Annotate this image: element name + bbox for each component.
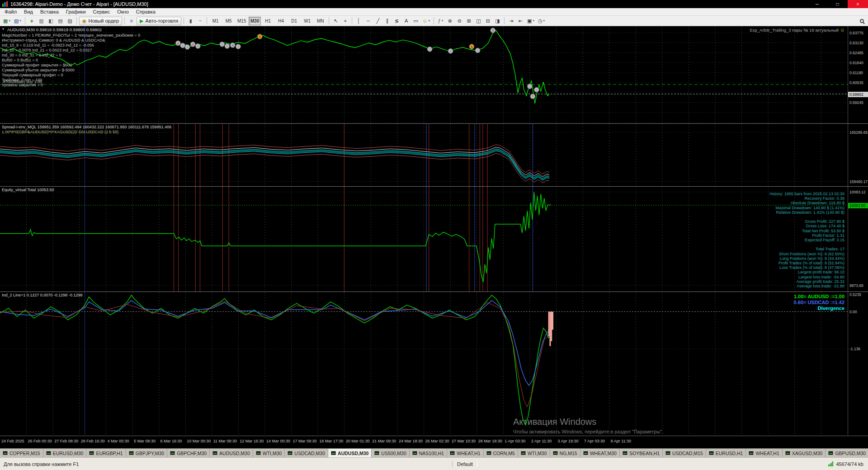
spread-env-upper-red [0, 145, 549, 174]
chart-tab-gbpchfm30[interactable]: GBPCHF,M30 [167, 449, 210, 457]
tile-horizontal-button[interactable]: ⊟ [484, 17, 492, 25]
market-watch-icon: + [30, 18, 34, 24]
chart-canvas[interactable]: 4↓↓4↑↓↑4↑$↓↓$↓1↓↑↓ [0, 26, 848, 435]
zoom-in-icon: ⊕ [448, 19, 452, 24]
chart-line-button[interactable]: ~ [196, 17, 204, 25]
chart-shift-button[interactable]: ⇤ [516, 17, 525, 25]
trade-marker-glyph: ↓ [450, 49, 452, 53]
timeframe-w1[interactable]: W1 [301, 17, 313, 25]
menu-help[interactable]: Справка [132, 9, 159, 15]
menu-service[interactable]: Сервис [90, 9, 114, 15]
profiles-button[interactable]: ▧▾ [13, 17, 23, 25]
restore-button[interactable]: □ [827, 0, 848, 8]
chart-tab-eurusdh1[interactable]: EURUSD,H1 [706, 449, 746, 457]
auto-scroll-button[interactable]: ⇥ [507, 17, 515, 25]
text-button[interactable]: A [402, 17, 410, 25]
chart-tab-wheath1[interactable]: WHEAT,H1 [447, 449, 483, 457]
chart-tab-xagusdm30[interactable]: XAGUSD,M30 [783, 449, 826, 457]
strategy-tester-button[interactable]: ▨ [66, 17, 74, 25]
horizontal-line-button[interactable]: ─ [364, 17, 373, 25]
chart-tab-soybeanh1[interactable]: SOYBEAN,H1 [620, 449, 663, 457]
new-order-icon: ◉ [82, 19, 87, 24]
vertical-line-button[interactable]: │ [354, 17, 363, 25]
chart-tab-copperm15[interactable]: COPPER,M15 [0, 449, 43, 457]
time-axis-label: 27 Feb 08:30 [54, 439, 78, 443]
chart-tab-wtim30[interactable]: WTI,M30 [253, 449, 285, 457]
chart-tab-wtim30[interactable]: WTI,M30 [518, 449, 550, 457]
ea-smiley-icon[interactable]: ☺ [840, 27, 845, 33]
autotrade-button[interactable]: ▶Авто-торговля [137, 17, 181, 25]
menu-charts[interactable]: Графики [62, 9, 90, 15]
time-axis-label: 21 Mar 09:30 [372, 439, 396, 443]
timeframe-h4[interactable]: H4 [275, 17, 287, 25]
chart-tab-gbpusdm30[interactable]: GBPUSD,M30 [826, 449, 868, 457]
timeframe-d1[interactable]: D1 [288, 17, 300, 25]
chart-tab-audusdm30[interactable]: AUDUSD,M30 [210, 449, 253, 457]
chart-tab-nas100h1[interactable]: NAS100,H1 [410, 449, 447, 457]
price-scale[interactable]: 0.637750.631300.624850.618400.611800.605… [848, 26, 868, 435]
close-button[interactable]: × [848, 0, 868, 8]
menu-file[interactable]: Файл [1, 9, 20, 15]
crosshair-button[interactable]: + [341, 17, 349, 25]
fibonacci-button[interactable]: ≶ [392, 17, 401, 25]
chart-tab-eurgbph1[interactable]: EURGBP,H1 [86, 449, 126, 457]
market-watch-button[interactable]: + [28, 17, 36, 25]
trendline-button[interactable]: ╱ [373, 17, 382, 25]
menu-view[interactable]: Вид [20, 9, 37, 15]
timeframe-m15[interactable]: M15 [236, 17, 248, 25]
metaeditor-button[interactable]: ≡ [127, 17, 136, 25]
chart-shift-icon: ⇤ [519, 19, 523, 24]
cascade-windows-button[interactable]: ◫ [474, 17, 483, 25]
chart-tab-usdcadm15[interactable]: USDCAD,M15 [663, 449, 706, 457]
chart-tab-audusdm30[interactable]: AUDUSD,M30 [328, 449, 372, 457]
trade-marker-glyph: ↑ [226, 44, 228, 48]
menu-insert[interactable]: Вставка [37, 9, 62, 15]
channel-button[interactable]: ∥ [383, 17, 392, 25]
trade-marker-glyph: $ [471, 45, 473, 49]
status-profile[interactable]: Default [452, 461, 478, 467]
one-click-trading-toggle[interactable]: ▼ [1, 27, 5, 31]
navigator-button[interactable]: ◧ [47, 17, 55, 25]
text-label-button[interactable]: ▭ [411, 17, 420, 25]
tile-windows-button[interactable]: ⊞ [465, 17, 473, 25]
tile-vertical-button[interactable]: ◨ [493, 17, 502, 25]
chart-tab-wheath1[interactable]: WHEAT,H1 [746, 449, 782, 457]
minimize-button[interactable]: ─ [807, 0, 827, 8]
zoom-out-button[interactable]: ⊖ [455, 17, 464, 25]
chart-tab-eurusdm30[interactable]: EURUSD,M30 [43, 449, 87, 457]
chart-tab-gbpjpym30[interactable]: GBPJPY,M30 [126, 449, 167, 457]
new-chart-button[interactable]: ▦▾ [2, 17, 12, 25]
timeframe-m1[interactable]: M1 [209, 17, 222, 25]
timeframe-m30[interactable]: M30 [249, 17, 261, 25]
chart-tab-label: EURGBP,H1 [96, 451, 123, 456]
chart-tab-icon [46, 451, 51, 455]
trade-marker-glyph: 4 [192, 42, 194, 47]
timeframe-m5[interactable]: M5 [222, 17, 235, 25]
arrows-button[interactable]: ☺▾ [421, 17, 431, 25]
chart-bars-button[interactable]: ▮ [186, 17, 195, 25]
chart-tab-us500m30[interactable]: US500,M30 [372, 449, 409, 457]
timeframe-mn[interactable]: MN [314, 17, 326, 25]
zoom-in-button[interactable]: ⊕ [446, 17, 454, 25]
new-order-button[interactable]: ◉Новый ордер [79, 17, 122, 25]
time-axis[interactable]: 24 Feb 202526 Feb 00:3027 Feb 08:3028 Fe… [0, 436, 868, 448]
search-button[interactable] [858, 17, 866, 25]
timeframe-h1[interactable]: H1 [262, 17, 274, 25]
data-window-icon: ▥ [39, 19, 43, 24]
chart-tab-ngm15[interactable]: NG,M15 [550, 449, 580, 457]
trade-marker-glyph: ↑ [197, 44, 199, 48]
chart-tab-wheatm30[interactable]: WHEAT,M30 [580, 449, 620, 457]
panel-divider[interactable] [0, 123, 868, 124]
chart-tab-usdcadm30[interactable]: USDCAD,M30 [285, 449, 328, 457]
data-window-button[interactable]: ▥ [37, 17, 46, 25]
panel-divider[interactable] [0, 291, 868, 292]
cursor-button[interactable]: ↖ [331, 17, 340, 25]
terminal-button[interactable]: ▤ [56, 17, 65, 25]
scale-tick: 0.59245 [849, 100, 863, 105]
indicators-button[interactable]: ƒ▾ [436, 17, 445, 25]
chart-tab-cornm5[interactable]: CORN,M5 [484, 449, 518, 457]
periods-button[interactable]: ◷▾ [537, 17, 546, 25]
menu-window[interactable]: Окно [113, 9, 132, 15]
templates-button[interactable]: ▣▾ [526, 17, 536, 25]
panel-divider[interactable] [0, 186, 868, 187]
